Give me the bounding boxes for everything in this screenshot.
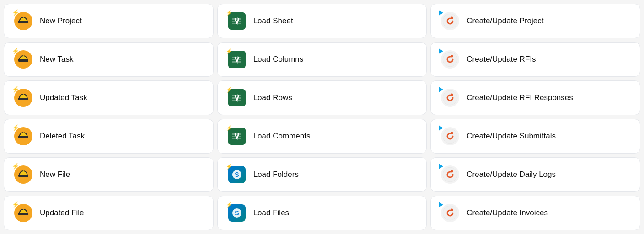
card-label-create-update-rfi-responses: Create/Update RFI Responses xyxy=(467,93,573,102)
procore-icon-wrap: ⚡ xyxy=(13,88,33,108)
cards-grid: ⚡ New Project⚡ Load Sheet Create/Update … xyxy=(4,4,640,230)
coda-icon-wrap xyxy=(440,11,460,31)
svg-point-6 xyxy=(443,14,457,28)
card-label-load-columns: Load Columns xyxy=(253,55,304,64)
card-label-new-project: New Project xyxy=(40,16,82,26)
card-label-load-rows: Load Rows xyxy=(253,93,292,102)
coda-circle-icon xyxy=(441,165,459,184)
coda-play-badge xyxy=(439,202,443,207)
coda-play-badge xyxy=(439,164,443,169)
excel-corner-badge: ⚡ xyxy=(226,10,232,16)
coda-icon-wrap xyxy=(440,203,460,223)
svg-point-30 xyxy=(443,129,457,144)
svg-text:S: S xyxy=(235,209,239,217)
svg-point-36 xyxy=(451,170,453,173)
card-create-update-rfi-responses[interactable]: Create/Update RFI Responses xyxy=(430,80,640,115)
svg-rect-24 xyxy=(18,137,28,138)
sharepoint-badge: ⚡ xyxy=(226,164,232,170)
card-label-create-update-invoices: Create/Update Invoices xyxy=(467,208,548,218)
excel-icon-wrap: ⚡ xyxy=(227,49,247,69)
svg-point-35 xyxy=(443,167,457,182)
coda-play-badge xyxy=(439,87,443,92)
coda-icon-wrap xyxy=(440,126,460,146)
svg-point-15 xyxy=(451,55,453,58)
lightning-badge: ⚡ xyxy=(12,86,18,93)
coda-circle-icon xyxy=(441,127,459,145)
sharepoint-icon-wrap: ⚡ S xyxy=(227,165,247,185)
card-label-new-task: New Task xyxy=(40,55,73,64)
svg-rect-0 xyxy=(18,22,28,23)
card-load-folders[interactable]: ⚡ S Load Folders xyxy=(217,157,427,192)
svg-rect-37 xyxy=(18,214,28,215)
svg-point-40 xyxy=(443,206,457,220)
card-updated-task[interactable]: ⚡ Updated Task xyxy=(4,80,214,115)
card-load-sheet[interactable]: ⚡ Load Sheet xyxy=(217,4,427,38)
coda-play-badge xyxy=(439,48,443,54)
procore-icon-wrap: ⚡ xyxy=(13,165,33,185)
coda-circle-icon xyxy=(441,12,459,30)
svg-point-14 xyxy=(443,52,457,67)
card-updated-file[interactable]: ⚡ Updated File xyxy=(4,196,214,230)
svg-text:S: S xyxy=(235,171,239,178)
excel-icon-wrap: ⚡ xyxy=(227,11,247,31)
excel-corner-badge: ⚡ xyxy=(226,125,232,131)
coda-icon-wrap xyxy=(440,88,460,108)
card-load-columns[interactable]: ⚡ Load Columns xyxy=(217,42,427,77)
lightning-badge: ⚡ xyxy=(12,163,18,170)
card-create-update-rfis[interactable]: Create/Update RFIs xyxy=(430,42,640,77)
card-label-updated-file: Updated File xyxy=(40,208,84,218)
svg-rect-8 xyxy=(18,60,28,62)
procore-icon-wrap: ⚡ xyxy=(13,11,33,31)
card-load-files[interactable]: ⚡ S Load Files xyxy=(217,196,427,230)
card-label-create-update-rfis: Create/Update RFIs xyxy=(467,55,536,64)
procore-icon-wrap: ⚡ xyxy=(13,126,33,146)
card-label-deleted-task: Deleted Task xyxy=(40,132,85,141)
card-label-updated-task: Updated Task xyxy=(40,93,87,102)
lightning-badge: ⚡ xyxy=(12,48,18,54)
sharepoint-badge: ⚡ xyxy=(226,202,232,208)
card-label-create-update-daily-logs: Create/Update Daily Logs xyxy=(467,170,556,179)
svg-rect-32 xyxy=(18,176,28,177)
procore-icon-wrap: ⚡ xyxy=(13,49,33,69)
card-create-update-invoices[interactable]: Create/Update Invoices xyxy=(430,196,640,230)
coda-icon-wrap xyxy=(440,165,460,185)
lightning-badge: ⚡ xyxy=(12,202,18,208)
coda-play-badge xyxy=(439,125,443,131)
sharepoint-icon-wrap: ⚡ S xyxy=(227,203,247,223)
card-new-task[interactable]: ⚡ New Task xyxy=(4,42,214,77)
card-create-update-project[interactable]: Create/Update Project xyxy=(430,4,640,38)
svg-point-7 xyxy=(451,17,453,19)
coda-circle-icon xyxy=(441,50,459,69)
svg-point-41 xyxy=(451,209,453,211)
coda-play-badge xyxy=(439,10,443,16)
svg-rect-16 xyxy=(18,99,28,100)
card-deleted-task[interactable]: ⚡ Deleted Task xyxy=(4,119,214,154)
excel-corner-badge: ⚡ xyxy=(226,87,232,93)
card-label-create-update-submittals: Create/Update Submittals xyxy=(467,132,556,141)
card-label-load-comments: Load Comments xyxy=(253,132,311,141)
card-label-create-update-project: Create/Update Project xyxy=(467,16,543,26)
svg-point-23 xyxy=(451,94,453,96)
procore-icon-wrap: ⚡ xyxy=(13,203,33,223)
svg-point-22 xyxy=(443,90,457,105)
coda-icon-wrap xyxy=(440,49,460,69)
excel-icon-wrap: ⚡ xyxy=(227,88,247,108)
card-load-rows[interactable]: ⚡ Load Rows xyxy=(217,80,427,115)
card-load-comments[interactable]: ⚡ Load Comments xyxy=(217,119,427,154)
card-label-load-folders: Load Folders xyxy=(253,170,299,179)
coda-circle-icon xyxy=(441,89,459,107)
excel-icon-wrap: ⚡ xyxy=(227,126,247,146)
card-create-update-submittals[interactable]: Create/Update Submittals xyxy=(430,119,640,154)
excel-corner-badge: ⚡ xyxy=(226,48,232,54)
card-new-project[interactable]: ⚡ New Project xyxy=(4,4,214,38)
coda-circle-icon xyxy=(441,204,459,222)
card-create-update-daily-logs[interactable]: Create/Update Daily Logs xyxy=(430,157,640,192)
lightning-badge: ⚡ xyxy=(12,10,18,16)
svg-point-31 xyxy=(451,132,453,134)
card-label-load-files: Load Files xyxy=(253,208,289,218)
lightning-badge: ⚡ xyxy=(12,125,18,131)
card-new-file[interactable]: ⚡ New File xyxy=(4,157,214,192)
card-label-load-sheet: Load Sheet xyxy=(253,16,293,26)
card-label-new-file: New File xyxy=(40,170,70,179)
